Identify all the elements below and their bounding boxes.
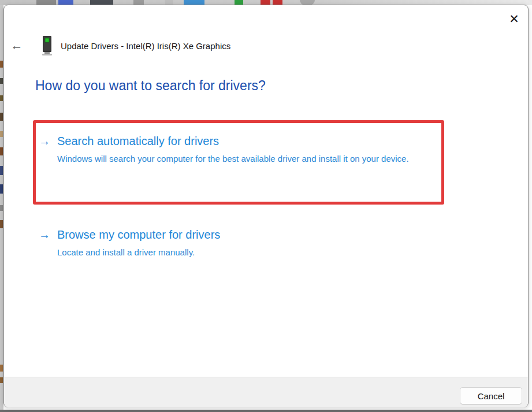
option-title[interactable]: Search automatically for drivers <box>57 133 420 149</box>
option-description: Windows will search your computer for th… <box>57 151 420 166</box>
background-mark <box>0 61 3 68</box>
back-arrow-icon: ← <box>11 39 23 52</box>
background-mark <box>0 147 3 155</box>
dialog-title: Update Drivers - Intel(R) Iris(R) Xe Gra… <box>61 41 230 51</box>
page-heading: How do you want to search for drivers? <box>35 78 266 94</box>
dialog-header: ← Update Drivers - Intel(R) Iris(R) Xe G… <box>4 33 528 58</box>
display-adapter-icon <box>40 35 55 56</box>
update-drivers-dialog: ✕ ← Update Drivers - Intel(R) Iris(R) Xe… <box>3 5 529 407</box>
background-window-edge <box>0 410 532 412</box>
background-mark <box>0 184 3 194</box>
option-text: Search automatically for drivers Windows… <box>57 133 420 166</box>
option-text: Browse my computer for drivers Locate an… <box>57 227 420 259</box>
close-icon: ✕ <box>509 12 519 25</box>
cancel-button[interactable]: Cancel <box>460 387 522 404</box>
background-mark <box>0 166 3 175</box>
option-description: Locate and install a driver manually. <box>57 245 420 259</box>
background-mark <box>0 78 3 84</box>
option-search-automatically[interactable]: → Search automatically for drivers Windo… <box>39 133 420 166</box>
background-mark <box>0 205 3 211</box>
option-title[interactable]: Browse my computer for drivers <box>57 227 420 243</box>
background-mark <box>0 365 3 372</box>
arrow-icon: → <box>39 227 50 259</box>
close-button[interactable]: ✕ <box>505 10 523 28</box>
arrow-icon: → <box>39 133 50 166</box>
background-mark <box>0 95 3 101</box>
back-button[interactable]: ← <box>10 39 24 53</box>
background-mark <box>0 113 3 121</box>
background-mark <box>0 131 3 137</box>
background-mark <box>0 377 3 383</box>
footer-bar: Cancel <box>4 377 528 407</box>
background-mark <box>0 220 3 228</box>
screenshot-root: ✕ ← Update Drivers - Intel(R) Iris(R) Xe… <box>0 0 532 412</box>
option-browse-computer[interactable]: → Browse my computer for drivers Locate … <box>39 227 420 259</box>
